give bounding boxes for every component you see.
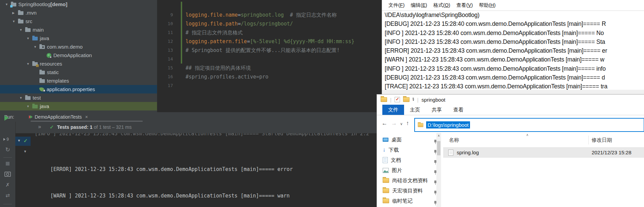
screenshot-root: ▼ SpringBootlog [demo] ▶ .mvn ▼ src ▼ ma…: [0, 0, 644, 207]
console-clipped-line: [INFO ] 2021-12-23 15:28:43 com.wsm.demo…: [35, 133, 369, 137]
chevron-down-icon[interactable]: ▼: [19, 96, 25, 100]
rerun-icon[interactable]: ↻: [0, 146, 15, 153]
sidebar-item-documents[interactable]: 文档: [377, 155, 436, 165]
chevron-down-icon[interactable]: ▼: [27, 62, 32, 66]
tab-home[interactable]: 主页: [404, 105, 426, 115]
screenshot-icon[interactable]: [0, 172, 15, 178]
tree-item-label: resources: [40, 61, 62, 67]
run-play-icon[interactable]: [4, 115, 9, 121]
tree-item-project-root[interactable]: ▼ SpringBootlog [demo]: [0, 0, 157, 8]
log-line: [INFO ] 2021-12-23 15:28:40 com.wsm.demo…: [382, 29, 644, 37]
tree-item-java-tests[interactable]: ▼ java: [0, 102, 157, 110]
tab-view[interactable]: 查看: [448, 105, 469, 115]
menu-help[interactable]: 帮助(H): [476, 2, 499, 8]
stop-icon[interactable]: [0, 161, 15, 167]
sidebar-item-downloads[interactable]: ↓ 下载: [377, 145, 436, 155]
tree-item-label: DemoApplication: [53, 52, 92, 58]
scrollbar-thumb[interactable]: [437, 141, 440, 155]
attach-icon[interactable]: ⇄: [0, 192, 15, 199]
log-line: [ERROR] 2021-12-23 15:28:43 com.wsm.demo…: [382, 46, 644, 55]
log-line: [INFO ] 2021-12-23 15:28:43 com.wsm.demo…: [382, 64, 644, 73]
sidebar-item-folder-1[interactable]: 尚硅谷文档资料: [377, 175, 436, 186]
column-header-date[interactable]: 修改日期: [592, 137, 612, 143]
notepad-text-area[interactable]: \IDEA\study\logframe\SpringBootlog) [DEB…: [382, 11, 644, 90]
recent-locations-icon[interactable]: ∨: [400, 122, 403, 126]
tree-item-package[interactable]: ▼ com.wsm.demo: [0, 42, 157, 51]
tree-item-templates[interactable]: templates: [0, 76, 157, 85]
desktop-icon: [383, 138, 388, 142]
new-folder-icon[interactable]: [403, 97, 410, 102]
column-header-name[interactable]: 名称: [449, 137, 459, 143]
menu-file[interactable]: 文件(F): [385, 2, 408, 8]
forward-icon[interactable]: →: [391, 120, 397, 127]
document-icon: [383, 157, 388, 163]
file-name: spring.log: [457, 150, 479, 155]
test-root-row-selected[interactable]: ▼ ✓: [15, 137, 31, 146]
rerun-failed-tests-icon[interactable]: 9: [0, 136, 15, 142]
menu-view[interactable]: 查看(V): [453, 2, 476, 8]
tab-share[interactable]: 共享: [426, 105, 448, 115]
expand-chevrons-icon[interactable]: »: [38, 124, 41, 130]
up-icon[interactable]: ↑: [406, 120, 409, 127]
menu-format[interactable]: 格式(O): [430, 2, 453, 8]
divider: [3, 157, 12, 158]
tree-item-resources[interactable]: ▼ resources: [0, 59, 157, 68]
scroll-up-icon[interactable]: ∧: [436, 133, 441, 138]
tree-item-demo-application[interactable]: DemoApplication: [0, 51, 157, 59]
tree-item-test[interactable]: ▼ test: [0, 93, 157, 102]
tree-item-java-sources[interactable]: ▼ java: [0, 34, 157, 42]
tree-item-main[interactable]: ▼ main: [0, 25, 157, 34]
tree-item-static[interactable]: static: [0, 68, 157, 76]
column-divider[interactable]: [588, 136, 589, 144]
menu-edit[interactable]: 编辑(E): [408, 2, 430, 8]
quick-access-sidebar: 桌面 ↓ 下载 文档 图片: [377, 133, 436, 207]
tab-file[interactable]: 文件: [382, 105, 404, 115]
log-line: [TRACE] 2021-12-23 15:28:43 com.wsm.demo…: [382, 82, 644, 90]
sources-folder-icon: [32, 37, 38, 40]
notepad-horizontal-scrollbar[interactable]: [382, 90, 644, 94]
divider: |: [390, 97, 391, 103]
chevron-down-icon[interactable]: ▼: [19, 28, 25, 32]
tests-status-text: Tests passed: 1 of 1 test – 321 ms: [57, 124, 132, 130]
chevron-down-icon[interactable]: ▼: [17, 139, 21, 142]
file-modified-date: 2021/12/23 15:28: [592, 150, 631, 155]
chevron-down-icon[interactable]: ▼: [34, 45, 39, 49]
sidebar-scrollbar[interactable]: ∧: [436, 133, 441, 207]
tree-item-label: com.wsm.demo: [47, 44, 83, 50]
file-explorer-window: | ▾ | springboot 文件 主页 共享 查看 ← → ∨ ↑ D:\…: [377, 94, 644, 207]
log-file-icon: [448, 150, 453, 156]
tree-item-src[interactable]: ▼ src: [0, 17, 157, 25]
chevron-right-icon[interactable]: ▶: [12, 11, 18, 15]
navigation-bar: ← → ∨ ↑ D:\logs\springboot: [377, 115, 644, 133]
window-folder-icon: [381, 97, 387, 102]
log-line: [INFO ] 2021-12-23 15:28:43 com.wsm.demo…: [382, 37, 644, 46]
sidebar-item-desktop[interactable]: 桌面: [377, 135, 436, 145]
file-row-spring-log[interactable]: spring.log 2021/12/23 15:28: [443, 147, 644, 158]
sidebar-item-folder-2[interactable]: 天宏项目资料: [377, 186, 436, 196]
tree-item-label: test: [33, 95, 41, 101]
properties-check-icon[interactable]: [395, 97, 400, 102]
chevron-down-icon[interactable]: ▼: [27, 105, 32, 108]
run-toolbar-strip: 9 ↻ ✗ ⇄: [0, 122, 16, 207]
sidebar-item-pictures[interactable]: 图片: [377, 165, 436, 175]
chevron-down-icon[interactable]: ▼: [27, 37, 32, 40]
console-output: [ERROR] 2021-12-23 15:28:43 com.wsm.demo…: [50, 147, 293, 207]
chevron-down-icon[interactable]: ▼: [12, 20, 18, 23]
spring-properties-icon: [39, 87, 45, 92]
run-tab-demo-application-tests[interactable]: DemoApplicationTests ×: [29, 112, 88, 122]
explorer-body: 桌面 ↓ 下载 文档 图片: [377, 133, 644, 207]
close-icon[interactable]: ×: [85, 114, 88, 120]
notepad-menubar: 文件(F) 编辑(E) 格式(O) 查看(V) 帮助(H): [382, 0, 644, 11]
back-icon[interactable]: ←: [382, 120, 387, 127]
tree-item-application-properties[interactable]: application.properties: [0, 85, 157, 93]
tree-item-label: static: [47, 69, 59, 75]
tree-item-mvn[interactable]: ▶ .mvn: [0, 8, 157, 17]
address-bar-input[interactable]: D:\logs\springboot: [414, 118, 644, 132]
chevron-down-icon[interactable]: ▼: [23, 150, 27, 153]
sidebar-item-folder-3[interactable]: 临时笔记: [377, 196, 436, 206]
customize-toolbar-caret-icon[interactable]: ▾: [413, 98, 414, 101]
divider: [3, 204, 12, 204]
thread-dump-icon[interactable]: ✗: [0, 182, 15, 188]
folder-icon: [18, 11, 23, 15]
folder-icon: [383, 199, 389, 203]
